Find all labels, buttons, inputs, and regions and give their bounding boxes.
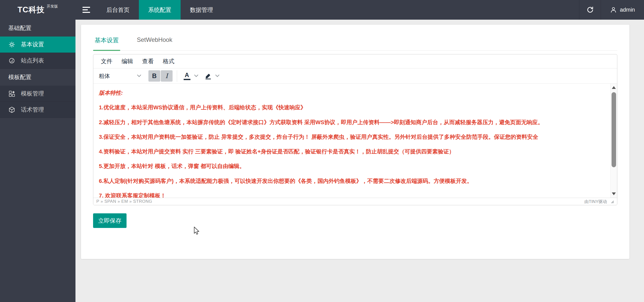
editor-content-area[interactable]: 版本特性: 1.优化速度，本站采用WS协议通信，用户上传资料、后端给状态，实现《…	[93, 84, 617, 198]
italic-icon: I	[166, 72, 168, 80]
refresh-button[interactable]	[579, 0, 601, 20]
gauge-icon	[8, 57, 15, 64]
sidebar-item-label: 话术管理	[21, 106, 44, 114]
editor-paragraph: 版本特性:	[99, 90, 601, 96]
scroll-up-icon[interactable]	[612, 86, 616, 89]
highlight-color-split-button	[202, 70, 221, 82]
sidebar-collapse-button[interactable]	[75, 0, 97, 20]
main-content: 基本设置 SetWebHook 文件 编辑 查看 格式 粗体 B I	[75, 20, 644, 302]
highlight-color-menu-button[interactable]	[214, 70, 221, 82]
text-color-button[interactable]: A	[181, 70, 193, 82]
username: admin	[620, 7, 635, 13]
menu-file[interactable]: 文件	[97, 55, 116, 67]
editor-paragraph: 3.保证安全，本站对用户资料统一加签验证，防止 异常提交，多次提交，炸台子行为！…	[99, 134, 601, 140]
bold-icon: B	[152, 72, 156, 80]
chevron-down-icon	[137, 75, 141, 77]
rich-text-editor: 文件 编辑 查看 格式 粗体 B I A	[93, 54, 617, 205]
menu-view[interactable]: 查看	[138, 55, 158, 67]
sidebar-group-basic-config[interactable]: 基础配置	[0, 20, 75, 37]
sidebar-item-label: 基本设置	[21, 41, 44, 48]
editor-paragraph: 5.更加开放，本站针对 模板，话术，弹窗 都可以自由编辑。	[99, 163, 601, 169]
sidebar-group-template-config[interactable]: 模板配置	[0, 69, 75, 86]
editor-paragraph: 4.资料验证，本站对用户提交资料 实行 三要素验证，即 验证姓名+身份证是否匹配…	[99, 148, 601, 155]
user-icon	[610, 7, 617, 13]
scrollbar-thumb[interactable]	[612, 92, 616, 167]
sidebar-item-site-list[interactable]: 站点列表	[0, 53, 75, 69]
app-logo[interactable]: TC科技 开发版	[0, 0, 75, 20]
sidebar: 基础配置 基本设置 站点列表 模板配置	[0, 20, 75, 302]
sidebar-item-label: 站点列表	[21, 57, 44, 64]
sidebar-item-label: 模板管理	[21, 90, 44, 97]
top-navigation: 后台首页 系统配置 数据管理	[97, 0, 222, 20]
scroll-down-icon[interactable]	[612, 192, 616, 195]
settings-card: 基本设置 SetWebHook 文件 编辑 查看 格式 粗体 B I	[81, 25, 629, 259]
editor-toolbar: 粗体 B I A	[93, 68, 617, 84]
toolbar-separator	[177, 70, 177, 82]
nav-tab-home[interactable]: 后台首页	[97, 0, 139, 20]
editor-paragraph: 7. 欢迎联系客服定制模板！	[99, 192, 601, 198]
user-menu[interactable]: admin	[601, 0, 644, 20]
topbar-actions: admin	[579, 0, 644, 20]
statusbar-right: 由TINY驱动	[584, 199, 614, 205]
nav-tab-system-config[interactable]: 系统配置	[139, 0, 181, 20]
powered-by-label: 由TINY驱动	[584, 199, 607, 205]
sidebar-item-script-management[interactable]: 话术管理	[0, 102, 75, 118]
sidebar-item-basic-settings[interactable]: 基本设置	[0, 37, 75, 53]
editor-document: 版本特性: 1.优化速度，本站采用WS协议通信，用户上传资料、后端给状态，实现《…	[93, 84, 617, 198]
resize-handle-icon[interactable]	[610, 199, 614, 204]
editor-scrollbar[interactable]	[610, 84, 617, 198]
sidebar-item-template-management[interactable]: 模板管理	[0, 86, 75, 102]
topbar: TC科技 开发版 后台首页 系统配置 数据管理 admin	[0, 0, 644, 20]
cube-icon	[8, 107, 15, 113]
chevron-down-icon	[194, 75, 198, 77]
chevron-down-icon	[215, 75, 219, 77]
format-dropdown-value: 粗体	[99, 72, 110, 80]
menu-edit[interactable]: 编辑	[117, 55, 137, 67]
format-dropdown[interactable]: 粗体	[96, 70, 144, 82]
editor-paragraph: 1.优化速度，本站采用WS协议通信，用户上传资料、后端给状态，实现《快速响应》	[99, 104, 601, 111]
editor-paragraph: 6.私人定制(针对购买源码客户)，本系统适配能力极强，可以快速开发出你想要的《各…	[99, 178, 601, 184]
editor-menubar: 文件 编辑 查看 格式	[93, 54, 617, 68]
tab-basic-settings[interactable]: 基本设置	[93, 34, 120, 50]
highlight-color-button[interactable]	[202, 70, 214, 82]
editor-statusbar: P » SPAN » EM » STRONG 由TINY驱动	[93, 198, 617, 205]
text-color-icon: A	[185, 72, 189, 78]
gear-icon	[8, 41, 15, 48]
text-color-menu-button[interactable]	[193, 70, 200, 82]
editor-paragraph: 2.减轻压力，相对于其他鱼塘系统，本站摒弃传统的《定时请求接口》方式获取资料 采…	[99, 119, 601, 125]
template-icon	[8, 90, 15, 97]
menu-format[interactable]: 格式	[159, 55, 178, 67]
save-button[interactable]: 立即保存	[93, 213, 127, 228]
nav-tab-data-management[interactable]: 数据管理	[181, 0, 222, 20]
text-color-split-button: A	[181, 70, 200, 82]
highlighter-icon	[205, 73, 212, 79]
app-title: TC科技	[18, 5, 45, 15]
settings-tabs: 基本设置 SetWebHook	[93, 34, 617, 51]
text-color-swatch	[184, 79, 190, 80]
refresh-icon	[586, 6, 594, 14]
italic-button[interactable]: I	[161, 70, 173, 82]
tab-setwebhook[interactable]: SetWebHook	[135, 34, 174, 50]
app-version-badge: 开发版	[47, 4, 58, 9]
bold-button[interactable]: B	[148, 70, 160, 82]
element-path: P » SPAN » EM » STRONG	[96, 199, 152, 204]
hamburger-icon	[83, 7, 90, 13]
